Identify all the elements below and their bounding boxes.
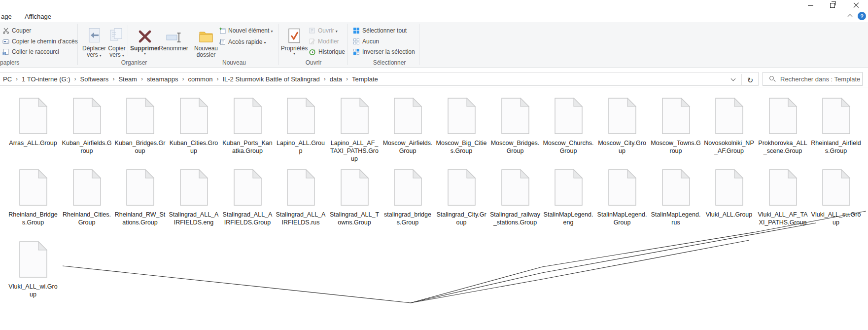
file-item[interactable]: Lapino_ALL.Group [275, 97, 327, 155]
tab-partage-truncated[interactable]: age [1, 11, 12, 22]
file-item[interactable]: Stalingrad_ALL_AIRFIELDS.rus [275, 169, 327, 226]
select-none-button[interactable]: Aucun [353, 37, 379, 46]
breadcrumb-separator-icon[interactable]: › [141, 76, 143, 82]
file-label: Vluki_ALL.Group [703, 211, 755, 219]
file-item[interactable]: StalinMapLegend.eng [542, 169, 594, 226]
copy-path-button[interactable]: Copier le chemin d'accès [2, 37, 78, 46]
file-item[interactable]: Moscow_Big_Cities.Group [435, 97, 487, 155]
file-item[interactable]: Rheinland_Airfields.Group [810, 97, 862, 155]
breadcrumb-separator-icon[interactable]: › [216, 76, 218, 82]
file-label: Rheinland_Bridges.Group [7, 211, 59, 226]
file-label: StalinMapLegend.Group [596, 211, 648, 226]
breadcrumb-separator-icon[interactable]: › [324, 76, 326, 82]
new-folder-button[interactable]: Nouveau dossier [192, 26, 220, 58]
file-item[interactable]: Vluki_ALL.Group [703, 169, 755, 219]
file-item[interactable]: Moscow_City.Group [596, 97, 648, 155]
invert-selection-label: Inverser la sélection [362, 48, 415, 55]
breadcrumb-separator-icon[interactable]: › [182, 76, 184, 82]
file-item[interactable]: StalinMapLegend.Group [596, 169, 648, 226]
new-item-button[interactable]: Nouvel élément▾ [219, 26, 273, 36]
breadcrumb-item[interactable]: 1 TO-interne (G:) [21, 75, 71, 83]
file-item[interactable]: Rheinland_Cities.Group [61, 169, 113, 226]
file-icon [607, 169, 638, 206]
breadcrumb-item[interactable]: IL-2 Sturmovik Battle of Stalingrad [222, 75, 320, 83]
file-icon [178, 97, 209, 135]
file-item[interactable]: Arras_ALL.Group [7, 97, 59, 147]
file-icon [821, 97, 852, 135]
select-none-label: Aucun [362, 38, 379, 45]
file-item[interactable]: Stalingrad_ALL_Towns.Group [328, 169, 381, 226]
dropdown-icon: ▾ [271, 29, 273, 34]
file-label: Stalingrad_ALL_AIRFIELDS.rus [275, 211, 326, 226]
file-item[interactable]: Rheinland_RW_Stations.Group [114, 169, 166, 226]
file-item[interactable]: Moscow_Bridges.Group [489, 97, 541, 155]
select-none-icon [353, 38, 360, 45]
breadcrumb-separator-icon[interactable]: › [74, 76, 76, 82]
help-button[interactable]: ? [858, 12, 866, 20]
file-item[interactable]: Kuban_Ports_Kanatka.Group [221, 97, 274, 155]
file-icon [18, 169, 49, 206]
cut-button[interactable]: Couper [2, 26, 31, 36]
file-item[interactable]: Stalingrad_City.Group [435, 169, 487, 226]
file-item[interactable]: StalinMapLegend.rus [650, 169, 702, 226]
file-item[interactable]: Moscow_Towns.Group [650, 97, 702, 155]
file-item[interactable]: Vluki_ALL_AF_TAXI_PATHS.Group [757, 169, 809, 226]
open-button[interactable]: Ouvrir▾ [309, 26, 338, 36]
refresh-button[interactable]: ↻ [743, 74, 758, 87]
delete-button[interactable]: Supprimer ▾ [131, 26, 159, 56]
file-item[interactable]: Prokhorovka_ALL_scene.Group [757, 97, 809, 155]
copy-to-button[interactable]: Copier vers▾ [104, 26, 129, 58]
quick-access-label: Accès rapide▾ [228, 38, 266, 45]
history-button[interactable]: Historique [309, 47, 345, 57]
breadcrumb-item[interactable]: PC [2, 75, 12, 83]
file-item[interactable]: Lapino_ALL_AF_TAXI_PATHS.Group [328, 97, 381, 163]
file-label: Stalingrad_City.Group [436, 211, 487, 226]
breadcrumb-item[interactable]: steamapps [146, 75, 179, 83]
ribbon-collapse-button[interactable] [846, 15, 854, 21]
restore-button[interactable] [824, 0, 841, 11]
file-item[interactable]: Kuban_Bridges.Group [114, 97, 166, 155]
breadcrumb-separator-icon[interactable]: › [16, 76, 18, 82]
quick-access-button[interactable]: Accès rapide▾ [219, 37, 266, 47]
address-dropdown-button[interactable] [727, 75, 739, 83]
file-item[interactable]: Vluki_ALL_wi.Group [7, 241, 59, 298]
file-label: Rheinland_Airfields.Group [810, 139, 862, 155]
rename-button[interactable]: Renommer [159, 26, 188, 52]
breadcrumb-item[interactable]: common [188, 75, 213, 83]
file-item[interactable]: Rheinland_Bridges.Group [7, 169, 59, 226]
edit-button[interactable]: Modifier [309, 37, 339, 46]
file-item[interactable]: Moscow_Churchs.Group [542, 97, 594, 155]
file-item[interactable]: Moscow_Airfields.Group [382, 97, 434, 155]
search-input[interactable] [779, 75, 868, 83]
tab-affichage[interactable]: Affichage [25, 11, 51, 22]
close-button[interactable] [847, 0, 865, 11]
rename-label: Renommer [159, 45, 188, 52]
search-box[interactable] [763, 72, 863, 86]
file-item[interactable]: stalingrad_bridges.Group [382, 169, 434, 226]
file-icon [500, 97, 531, 135]
file-item[interactable]: Stalingrad_railway_stations.Group [489, 169, 541, 226]
file-icon [714, 97, 745, 135]
properties-button[interactable]: Propriétés ▾ [280, 26, 309, 56]
address-bar[interactable]: PC›1 TO-interne (G:)›Softwears›Steam›ste… [0, 72, 759, 86]
breadcrumb-item[interactable]: Steam [118, 75, 138, 83]
invert-selection-button[interactable]: Inverser la sélection [353, 47, 415, 57]
breadcrumb-item[interactable]: Template [351, 75, 379, 83]
file-item[interactable]: Stalingrad_ALL_AIRFIELDS.Group [221, 169, 274, 226]
breadcrumb-separator-icon[interactable]: › [346, 76, 348, 82]
file-item[interactable]: Kuban_Airfields.Group [61, 97, 113, 155]
breadcrumb-item[interactable]: data [329, 75, 343, 83]
breadcrumb-separator-icon[interactable]: › [112, 76, 114, 82]
file-item[interactable]: Novosokolniki_NP_AF.Group [703, 97, 755, 155]
copy-to-icon [109, 28, 125, 43]
file-item[interactable]: Kuban_Cities.Group [168, 97, 220, 155]
file-label: Novosokolniki_NP_AF.Group [703, 139, 755, 155]
file-item[interactable]: Vluki_ALL_su.Group [810, 169, 862, 226]
paste-shortcut-button[interactable]: Coller le raccourci [2, 47, 59, 57]
select-all-button[interactable]: Sélectionner tout [353, 26, 407, 36]
breadcrumb-item[interactable]: Softwears [80, 75, 109, 83]
file-item[interactable]: Stalingrad_ALL_AIRFIELDS.eng [168, 169, 220, 226]
address-toolbar: PC›1 TO-interne (G:)›Softwears›Steam›ste… [0, 71, 868, 87]
minimize-button[interactable] [801, 0, 819, 11]
chevron-up-icon [847, 14, 852, 19]
